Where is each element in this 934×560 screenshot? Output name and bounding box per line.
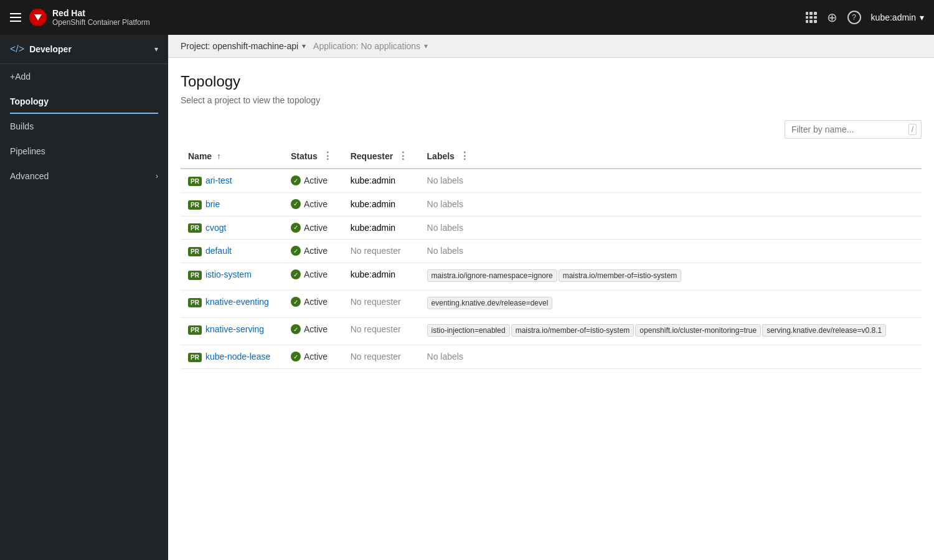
label-tag: maistra.io/member-of=istio-system bbox=[511, 324, 634, 337]
labels-col-menu-icon: ⋮ bbox=[460, 151, 469, 161]
status-active-icon: ✓ bbox=[291, 324, 301, 334]
help-icon[interactable]: ? bbox=[847, 11, 861, 24]
col-requester[interactable]: Requester ⋮ bbox=[343, 144, 420, 169]
namespace-link[interactable]: knative-eventing bbox=[205, 297, 269, 307]
col-name[interactable]: Name ↑ bbox=[181, 144, 283, 169]
page-subtitle: Select a project to view the topology bbox=[181, 95, 922, 105]
project-selector[interactable]: Project: openshift-machine-api ▾ bbox=[181, 41, 306, 51]
requester-col-menu-icon: ⋮ bbox=[398, 151, 408, 161]
table-cell-status: ✓Active bbox=[283, 345, 343, 369]
table-cell-labels: No labels bbox=[420, 169, 922, 192]
app-selector[interactable]: Application: No applications ▾ bbox=[313, 41, 428, 51]
namespace-link[interactable]: kube-node-lease bbox=[205, 352, 270, 362]
namespace-link[interactable]: brie bbox=[205, 199, 220, 209]
perspective-selector[interactable]: </> Developer ▾ bbox=[0, 35, 168, 64]
filter-input-wrap: / bbox=[785, 120, 922, 139]
sidebar-item-add[interactable]: +Add bbox=[0, 64, 168, 89]
main-layout: </> Developer ▾ +Add Topology Builds Pip… bbox=[0, 35, 934, 560]
pr-badge: PR bbox=[188, 247, 202, 256]
sort-icon: ↑ bbox=[217, 151, 221, 161]
namespace-link[interactable]: cvogt bbox=[205, 223, 226, 233]
table-row: PRari-test✓Activekube:adminNo labels bbox=[181, 169, 922, 192]
sidebar-item-builds[interactable]: Builds bbox=[0, 114, 168, 139]
status-label: Active bbox=[304, 297, 328, 307]
app-label: Application: No applications bbox=[313, 41, 420, 51]
namespaces-table: Name ↑ Status ⋮ Requester ⋮ Labels bbox=[181, 144, 922, 369]
status-label: Active bbox=[304, 246, 328, 256]
pr-badge: PR bbox=[188, 353, 202, 362]
namespace-link[interactable]: knative-serving bbox=[205, 324, 264, 334]
col-labels[interactable]: Labels ⋮ bbox=[420, 144, 922, 169]
table-cell-requester: No requester bbox=[343, 345, 420, 369]
label-tag: openshift.io/cluster-monitoring=true bbox=[635, 324, 761, 337]
no-requester-label: No requester bbox=[351, 246, 401, 256]
status-active-icon: ✓ bbox=[291, 297, 301, 307]
no-labels-label: No labels bbox=[427, 175, 463, 185]
table-row: PRknative-serving✓ActiveNo requesteristi… bbox=[181, 318, 922, 345]
table-row: PRknative-eventing✓ActiveNo requestereve… bbox=[181, 291, 922, 318]
sidebar-item-advanced-label: Advanced bbox=[10, 171, 49, 181]
table-cell-labels: maistra.io/ignore-namespace=ignoremaistr… bbox=[420, 263, 922, 291]
table-row: PRcvogt✓Activekube:adminNo labels bbox=[181, 216, 922, 240]
sidebar-item-advanced[interactable]: Advanced › bbox=[0, 164, 168, 189]
table-cell-status: ✓Active bbox=[283, 216, 343, 240]
pr-badge: PR bbox=[188, 325, 202, 335]
status-active-icon: ✓ bbox=[291, 223, 301, 233]
requester-value: kube:admin bbox=[351, 223, 395, 233]
status-active-icon: ✓ bbox=[291, 269, 301, 279]
namespace-link[interactable]: istio-system bbox=[205, 269, 252, 279]
filter-input[interactable] bbox=[785, 120, 922, 139]
no-labels-label: No labels bbox=[427, 352, 463, 362]
no-labels-label: No labels bbox=[427, 246, 463, 256]
label-tag: serving.knative.dev/release=v0.8.1 bbox=[762, 324, 886, 337]
table-cell-labels: No labels bbox=[420, 240, 922, 263]
status-active: ✓Active bbox=[291, 199, 336, 209]
content-area: Project: openshift-machine-api ▾ Applica… bbox=[168, 35, 934, 560]
brand-subtitle: OpenShift Container Platform bbox=[52, 18, 150, 27]
table-cell-requester: No requester bbox=[343, 291, 420, 318]
user-label: kube:admin bbox=[871, 12, 916, 22]
table-cell-name: PRknative-eventing bbox=[181, 291, 283, 318]
col-status[interactable]: Status ⋮ bbox=[283, 144, 343, 169]
status-label: Active bbox=[304, 175, 328, 185]
status-active: ✓Active bbox=[291, 324, 336, 334]
redhat-logo bbox=[29, 8, 47, 27]
table-cell-status: ✓Active bbox=[283, 240, 343, 263]
table-cell-labels: istio-injection=enabledmaistra.io/member… bbox=[420, 318, 922, 345]
perspective-arrow-icon: ▾ bbox=[154, 45, 158, 54]
table-header-row: Name ↑ Status ⋮ Requester ⋮ Labels bbox=[181, 144, 922, 169]
page-title: Topology bbox=[181, 73, 922, 90]
sidebar-item-topology-label: Topology bbox=[10, 96, 49, 106]
hamburger-menu[interactable] bbox=[10, 13, 21, 22]
status-label: Active bbox=[304, 199, 328, 209]
label-tag: maistra.io/member-of=istio-system bbox=[559, 269, 682, 282]
table-cell-name: PRari-test bbox=[181, 169, 283, 192]
user-arrow: ▾ bbox=[920, 12, 924, 22]
status-active: ✓Active bbox=[291, 175, 336, 185]
perspective-icon: </> bbox=[10, 44, 24, 55]
status-active-icon: ✓ bbox=[291, 199, 301, 209]
table-cell-requester: kube:admin bbox=[343, 169, 420, 192]
namespace-link[interactable]: ari-test bbox=[205, 175, 232, 185]
table-toolbar: / bbox=[181, 120, 922, 139]
user-menu[interactable]: kube:admin ▾ bbox=[871, 12, 924, 22]
add-icon[interactable]: ⊕ bbox=[827, 10, 837, 25]
sidebar-item-advanced-arrow: › bbox=[156, 172, 158, 180]
status-label: Active bbox=[304, 324, 328, 334]
top-nav-right: ⊕ ? kube:admin ▾ bbox=[806, 10, 924, 25]
table-cell-status: ✓Active bbox=[283, 169, 343, 192]
table-cell-status: ✓Active bbox=[283, 263, 343, 291]
project-label: Project: openshift-machine-api bbox=[181, 41, 298, 51]
grid-icon[interactable] bbox=[806, 12, 817, 23]
sidebar-item-pipelines[interactable]: Pipelines bbox=[0, 139, 168, 164]
table-row: PRkube-node-lease✓ActiveNo requesterNo l… bbox=[181, 345, 922, 369]
sidebar-item-topology[interactable]: Topology bbox=[0, 89, 168, 114]
namespace-link[interactable]: default bbox=[205, 246, 232, 256]
status-active: ✓Active bbox=[291, 246, 336, 256]
table-row: PRbrie✓Activekube:adminNo labels bbox=[181, 192, 922, 216]
table-cell-requester: kube:admin bbox=[343, 216, 420, 240]
sidebar-nav: +Add Topology Builds Pipelines Advanced … bbox=[0, 64, 168, 560]
pr-badge: PR bbox=[188, 200, 202, 210]
status-active: ✓Active bbox=[291, 297, 336, 307]
table-cell-labels: No labels bbox=[420, 216, 922, 240]
